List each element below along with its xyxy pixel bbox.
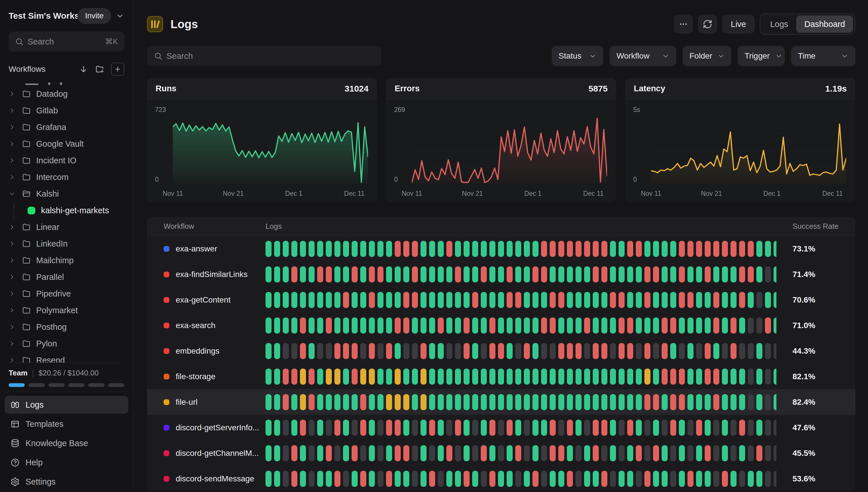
log-pill[interactable] bbox=[662, 369, 668, 385]
log-pill[interactable] bbox=[541, 394, 547, 410]
log-pill[interactable] bbox=[438, 241, 444, 257]
log-pill[interactable] bbox=[438, 369, 444, 385]
log-pill[interactable] bbox=[619, 292, 625, 308]
log-pill[interactable] bbox=[757, 292, 762, 308]
log-pill[interactable] bbox=[283, 471, 289, 487]
log-pill[interactable] bbox=[567, 292, 573, 308]
log-pill[interactable] bbox=[748, 420, 754, 436]
log-pill[interactable] bbox=[352, 471, 358, 487]
log-pill[interactable] bbox=[532, 318, 539, 334]
log-pill[interactable] bbox=[438, 292, 444, 308]
log-pill[interactable] bbox=[558, 471, 564, 487]
log-pill[interactable] bbox=[593, 369, 599, 385]
log-pill[interactable] bbox=[472, 471, 478, 487]
log-pill[interactable] bbox=[696, 420, 702, 436]
log-pill[interactable] bbox=[386, 241, 392, 257]
log-pill[interactable] bbox=[446, 241, 452, 257]
log-pill[interactable] bbox=[266, 241, 272, 257]
log-pill[interactable] bbox=[317, 369, 323, 385]
log-pill[interactable] bbox=[722, 343, 728, 359]
log-pill[interactable] bbox=[489, 369, 495, 385]
log-pill[interactable] bbox=[619, 343, 625, 359]
log-pill[interactable] bbox=[765, 445, 771, 461]
log-pill[interactable] bbox=[696, 318, 702, 334]
log-pill[interactable] bbox=[438, 471, 444, 487]
log-pill[interactable] bbox=[679, 369, 685, 385]
log-pill[interactable] bbox=[524, 292, 530, 308]
log-pill[interactable] bbox=[550, 343, 556, 359]
log-pill[interactable] bbox=[464, 343, 470, 359]
log-pill[interactable] bbox=[395, 394, 401, 410]
log-pill[interactable] bbox=[584, 241, 590, 257]
log-pill[interactable] bbox=[326, 343, 332, 359]
log-pill[interactable] bbox=[360, 343, 366, 359]
log-pill[interactable] bbox=[377, 343, 383, 359]
log-pill[interactable] bbox=[472, 420, 478, 436]
log-pill[interactable] bbox=[506, 394, 513, 410]
sidebar-folder-mailchimp[interactable]: Mailchimp bbox=[8, 252, 124, 269]
log-pill[interactable] bbox=[334, 445, 341, 461]
log-pill[interactable] bbox=[670, 318, 676, 334]
log-pill[interactable] bbox=[326, 266, 332, 282]
log-pill[interactable] bbox=[515, 318, 521, 334]
log-pill[interactable] bbox=[498, 471, 504, 487]
log-pill[interactable] bbox=[705, 394, 711, 410]
log-pill[interactable] bbox=[343, 445, 349, 461]
log-pill[interactable] bbox=[300, 266, 306, 282]
log-pill[interactable] bbox=[274, 369, 280, 385]
log-pill[interactable] bbox=[326, 471, 332, 487]
log-pill[interactable] bbox=[403, 318, 409, 334]
log-pill[interactable] bbox=[670, 369, 676, 385]
refresh-button[interactable] bbox=[698, 15, 717, 33]
log-pill[interactable] bbox=[300, 394, 306, 410]
log-pill[interactable] bbox=[627, 318, 633, 334]
log-pill[interactable] bbox=[395, 445, 401, 461]
log-pill[interactable] bbox=[369, 445, 375, 461]
sidebar-item-knowledge-base[interactable]: Knowledge Base bbox=[5, 434, 128, 452]
log-pill[interactable] bbox=[472, 369, 478, 385]
log-pill[interactable] bbox=[662, 292, 668, 308]
log-pill[interactable] bbox=[619, 241, 625, 257]
log-pill[interactable] bbox=[274, 343, 280, 359]
log-pill[interactable] bbox=[455, 292, 461, 308]
log-pill[interactable] bbox=[696, 369, 702, 385]
log-pill[interactable] bbox=[343, 241, 349, 257]
log-pill[interactable] bbox=[524, 266, 530, 282]
log-pill[interactable] bbox=[705, 420, 711, 436]
log-pill[interactable] bbox=[636, 266, 642, 282]
log-pill[interactable] bbox=[757, 445, 762, 461]
log-pill[interactable] bbox=[300, 369, 306, 385]
log-pill[interactable] bbox=[575, 266, 581, 282]
log-pill[interactable] bbox=[326, 420, 332, 436]
log-pill[interactable] bbox=[550, 266, 556, 282]
log-pill[interactable] bbox=[506, 318, 513, 334]
log-pill[interactable] bbox=[757, 318, 762, 334]
log-pill[interactable] bbox=[713, 318, 719, 334]
log-pill[interactable] bbox=[688, 420, 693, 436]
log-pill[interactable] bbox=[722, 318, 728, 334]
log-pill[interactable] bbox=[429, 369, 435, 385]
log-pill[interactable] bbox=[446, 318, 452, 334]
log-pill[interactable] bbox=[575, 318, 581, 334]
log-pill[interactable] bbox=[360, 241, 366, 257]
log-pill[interactable] bbox=[739, 241, 745, 257]
log-pill[interactable] bbox=[283, 394, 289, 410]
log-pill[interactable] bbox=[377, 471, 383, 487]
log-pill[interactable] bbox=[532, 292, 539, 308]
log-pill[interactable] bbox=[498, 343, 504, 359]
log-pill[interactable] bbox=[774, 471, 776, 487]
log-pill[interactable] bbox=[524, 420, 530, 436]
log-pill[interactable] bbox=[489, 241, 495, 257]
log-pill[interactable] bbox=[688, 318, 693, 334]
log-pill[interactable] bbox=[472, 266, 478, 282]
log-pill[interactable] bbox=[386, 445, 392, 461]
log-pill[interactable] bbox=[757, 343, 762, 359]
log-pill[interactable] bbox=[653, 292, 659, 308]
logs-search-input[interactable]: Search bbox=[147, 46, 381, 66]
log-pill[interactable] bbox=[558, 369, 564, 385]
log-pill[interactable] bbox=[515, 266, 521, 282]
log-pill[interactable] bbox=[757, 241, 762, 257]
log-pill[interactable] bbox=[343, 266, 349, 282]
log-pill[interactable] bbox=[730, 241, 737, 257]
log-pill[interactable] bbox=[722, 394, 728, 410]
